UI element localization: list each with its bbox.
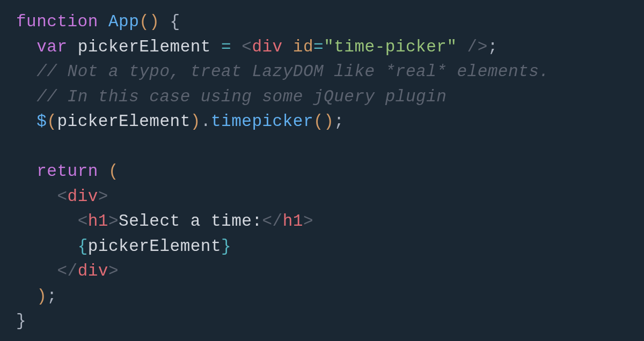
- indent-guide: [16, 237, 78, 256]
- dot: .: [201, 112, 211, 131]
- paren: ): [36, 287, 47, 306]
- equals: =: [221, 38, 231, 56]
- tag-bracket: </: [262, 212, 283, 231]
- keyword-function: function: [16, 12, 98, 31]
- indent-guide: [16, 87, 36, 106]
- tag-bracket: >: [98, 187, 108, 206]
- indent-guide: [16, 38, 36, 56]
- paren: (): [139, 12, 159, 31]
- paren: (): [313, 112, 334, 131]
- brace: {: [159, 12, 180, 31]
- tag-bracket: />: [457, 38, 488, 56]
- code-line: {pickerElement}: [16, 237, 231, 256]
- code-line: return (: [16, 162, 119, 181]
- brace: }: [16, 312, 26, 330]
- string-value: time-picker: [334, 38, 447, 56]
- keyword-var: var: [36, 38, 67, 56]
- tag-bracket: >: [303, 212, 313, 231]
- indent-guide: [16, 62, 36, 81]
- code-line: var pickerElement = <div id="time-picker…: [16, 38, 498, 56]
- semicolon: ;: [488, 38, 498, 56]
- comment: // Not a typo, treat LazyDOM like *real*…: [36, 62, 549, 81]
- code-line: $(pickerElement).timepicker();: [16, 112, 344, 131]
- paren: ): [191, 112, 201, 131]
- argument: pickerElement: [57, 112, 190, 131]
- tag-bracket: <: [57, 187, 67, 206]
- indent-guide: [16, 162, 36, 181]
- indent-guide: [16, 187, 57, 206]
- jsx-expression: pickerElement: [88, 237, 221, 256]
- keyword-return: return: [36, 162, 98, 181]
- jsx-tag: div: [252, 38, 282, 56]
- method-call: timepicker: [211, 112, 313, 131]
- indent-guide: [16, 212, 78, 231]
- dollar-fn: $: [36, 112, 47, 131]
- jsx-tag: h1: [283, 212, 303, 231]
- paren: (: [47, 112, 57, 131]
- string-quote: ": [447, 38, 457, 56]
- jsx-attr: id: [293, 38, 313, 56]
- brace: {: [78, 237, 88, 256]
- tag-bracket: </: [57, 262, 77, 280]
- code-line: </div>: [16, 262, 119, 280]
- tag-bracket: <: [241, 38, 252, 56]
- code-line: // Not a typo, treat LazyDOM like *real*…: [16, 62, 549, 81]
- semicolon: ;: [334, 112, 344, 131]
- semicolon: ;: [47, 287, 57, 306]
- space: [98, 162, 108, 181]
- code-block: function App() { var pickerElement = <di…: [16, 10, 628, 334]
- equals: =: [313, 38, 324, 56]
- indent-guide: [16, 262, 57, 280]
- code-line: );: [16, 287, 57, 306]
- jsx-tag: h1: [88, 212, 108, 231]
- code-line: <h1>Select a time:</h1>: [16, 212, 313, 231]
- variable-name: pickerElement: [68, 38, 222, 56]
- tag-bracket: <: [78, 212, 88, 231]
- indent-guide: [16, 287, 36, 306]
- space: [283, 38, 293, 56]
- code-line: }: [16, 312, 26, 330]
- jsx-tag: div: [68, 187, 98, 206]
- indent-guide: [16, 112, 36, 131]
- comment: // In this case using some jQuery plugin: [36, 87, 447, 106]
- jsx-text: Select a time:: [119, 212, 262, 231]
- brace: }: [221, 237, 231, 256]
- paren: (: [108, 162, 119, 181]
- code-line: <div>: [16, 187, 108, 206]
- tag-bracket: >: [108, 212, 119, 231]
- function-name: App: [108, 12, 139, 31]
- tag-bracket: >: [108, 262, 119, 280]
- jsx-tag: div: [78, 262, 108, 280]
- code-line: function App() {: [16, 12, 180, 31]
- code-line: // In this case using some jQuery plugin: [16, 87, 447, 106]
- space: [231, 38, 241, 56]
- string-quote: ": [324, 38, 334, 56]
